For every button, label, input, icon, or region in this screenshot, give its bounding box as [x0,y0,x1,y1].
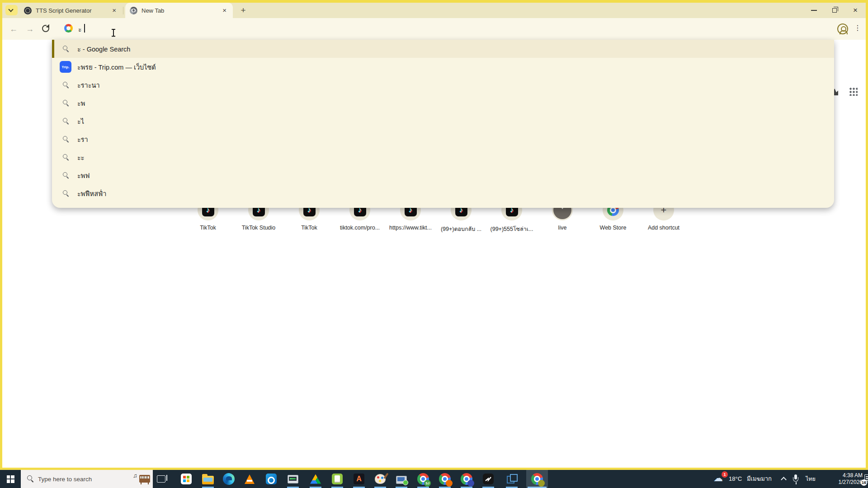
vlc-icon [245,474,255,484]
search-icon [63,100,70,107]
taskbar-search-box[interactable]: Type here to search ♫ [21,470,153,488]
close-icon: × [853,7,858,14]
search-icon [27,475,34,483]
chrome-icon [461,473,472,485]
system-monitor-button[interactable] [283,470,303,488]
start-button[interactable] [0,470,21,488]
tray-language-indicator[interactable]: ไทย [806,470,816,488]
back-button[interactable]: ← [8,23,19,35]
tray-temperature[interactable]: 18°C [729,470,742,488]
search-icon [63,172,70,179]
blue-squares-app-button[interactable] [502,470,522,488]
vlc-button[interactable] [240,470,259,488]
task-view-icon [157,475,165,483]
google-logo-icon [64,24,73,33]
tab-search-button[interactable] [5,5,18,15]
search-highlight-piano-icon[interactable]: ♫ [133,472,151,486]
close-window-button[interactable]: × [845,3,866,18]
suggestion-row[interactable]: Trip. ะพรย - Trip.com — เว็บไซต์ [52,58,834,76]
tray-overflow-chevron-icon[interactable] [781,477,787,483]
trip-com-icon: Trip. [60,61,71,73]
taskbar-search-placeholder: Type here to search [38,476,133,483]
chrome-profile-blue-button[interactable] [457,470,476,488]
capcut-button[interactable] [478,470,498,488]
search-icon [63,82,70,89]
close-tab-icon[interactable]: × [110,7,118,14]
restore-button[interactable] [824,3,845,18]
browser-toolbar: ← → ะ ⋮ [2,18,866,40]
file-explorer-button[interactable] [198,470,218,488]
tray-clock[interactable]: 4:38 AM 1/27/2026 [828,472,863,486]
windows-taskbar: Type here to search ♫ A SJ [0,470,868,488]
google-apps-grid-icon[interactable] [849,87,858,96]
chrome-icon: SJ [417,473,429,485]
suggestion-row[interactable]: ะไ [52,112,834,130]
window-controls: × [803,3,866,18]
profile-badge-olive [538,480,545,487]
tab-strip: TTS Script Generator × New Tab × + × [2,3,866,18]
mouse-ibeam-cursor [111,29,116,37]
google-drive-icon [310,474,321,484]
tab-title: New Tab [142,7,221,14]
action-center-button[interactable]: 16 [862,474,868,485]
suggestion-row[interactable]: ะะ [52,148,834,166]
search-icon [63,190,70,197]
remote-desktop-icon [396,476,407,484]
a-letter-app-button[interactable]: A [349,470,369,488]
chrome-icon [439,473,451,485]
outlook-icon [266,474,277,484]
browser-menu-button[interactable]: ⋮ [853,23,862,32]
system-monitor-icon [288,475,298,483]
google-drive-button[interactable] [306,470,326,488]
chrome-profile-orange-button[interactable] [435,470,455,488]
paint-button[interactable] [370,470,390,488]
omnibox-input[interactable]: ะ [78,24,82,34]
profile-badge-sj: SJ [424,480,431,487]
profile-avatar-button[interactable] [837,23,849,35]
suggestion-row[interactable]: ะพฟ [52,166,834,184]
tray-time: 4:38 AM [828,472,863,479]
suggestion-row[interactable]: ะรา [52,130,834,148]
weather-notification-badge: 1 [722,471,728,478]
minimize-button[interactable] [803,3,824,18]
search-icon [63,136,70,143]
a-letter-app-icon: A [354,474,364,484]
task-view-button[interactable] [151,470,171,488]
search-icon [63,118,70,125]
edge-icon [223,473,235,485]
file-explorer-icon [202,476,214,484]
person-icon [837,23,848,34]
browser-window-frame: TTS Script Generator × New Tab × + × [0,0,868,470]
browser-window: TTS Script Generator × New Tab × + × [2,3,866,468]
edge-button[interactable] [219,470,239,488]
notepad-plus-plus-icon [332,474,343,484]
new-tab-button[interactable]: + [237,5,249,16]
tray-weather-condition[interactable]: มีเมฆมาก [747,470,772,488]
forward-button[interactable]: → [24,23,36,35]
chevron-down-icon [8,7,13,12]
chrome-active-profile-button[interactable] [526,470,548,488]
reload-button[interactable] [41,24,50,33]
suggestion-row[interactable]: ะ - Google Search [52,40,834,58]
suggestion-row[interactable]: ะราะนา [52,76,834,94]
capcut-icon [483,474,494,484]
weather-tray-icon[interactable]: ☁ 1 [713,473,727,484]
outlook-button[interactable] [261,470,281,488]
tab-tts-script-generator[interactable]: TTS Script Generator × [19,3,123,18]
microphone-tray-icon[interactable] [792,474,799,484]
notepad-plus-plus-button[interactable] [327,470,347,488]
close-tab-icon[interactable]: × [221,7,228,14]
restore-icon [832,8,837,13]
tab-new-tab[interactable]: New Tab × [125,3,233,18]
search-icon [63,46,70,52]
notification-count-badge: 16 [861,479,867,486]
suggestion-row[interactable]: ะพฟืหสฟ่ำ [52,184,834,202]
chrome-profile-sj-button[interactable]: SJ [413,470,433,488]
microsoft-store-button[interactable] [176,470,196,488]
suggestion-row[interactable]: ะพ [52,94,834,112]
tab-divider [123,7,123,14]
tray-date: 1/27/2026 [828,479,863,486]
remote-desktop-button[interactable] [392,470,411,488]
microsoft-store-icon [181,474,192,484]
profile-badge-orange [446,480,453,487]
